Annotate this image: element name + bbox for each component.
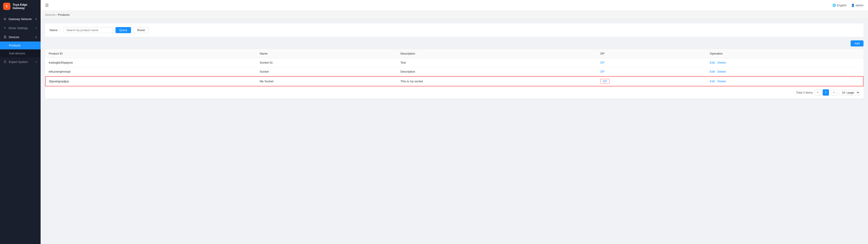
sidebar-label-expert: Expert System [9, 60, 28, 64]
table-row: trwdugkk35qaiyow Socket 01 Test DP Edit … [45, 58, 864, 67]
username-label: admin [856, 4, 864, 7]
sidebar-item-products[interactable]: Products [0, 41, 40, 50]
product-name-cell: Socket 01 [256, 58, 397, 67]
language-selector[interactable]: 🌐 English [832, 4, 846, 7]
edit-link[interactable]: Edit [710, 70, 715, 73]
sidebar-nav: ⊙ Gateway Network ∨ ✎ Driver Settings ∨ … [0, 12, 40, 244]
product-desc-cell: Test [397, 58, 597, 67]
sidebar-label-gateway: Gateway Network [8, 18, 32, 21]
page-1-button[interactable]: 1 [823, 89, 829, 96]
breadcrumb: Devices / Products [40, 11, 868, 19]
total-items-label: Total 3 Items [796, 91, 813, 94]
edit-link[interactable]: Edit [710, 61, 715, 64]
product-desc-cell: Description [397, 67, 597, 76]
product-id-cell: trwdugkk35qaiyow [45, 58, 256, 67]
page-body: Name： Query Reset Add Product ID Name De… [40, 19, 868, 103]
search-name-label: Name： [50, 28, 60, 32]
pagination: Total 3 Items < 1 > 10 / page [45, 86, 864, 98]
edit-link[interactable]: Edit [710, 80, 715, 83]
toolbar-row: Add [45, 40, 864, 47]
sidebar-item-expert-system[interactable]: ☰ Expert System ∨ [0, 57, 40, 66]
col-name: Name [256, 49, 397, 58]
col-operation: Operation [706, 49, 864, 58]
col-product-id: Product ID [45, 49, 256, 58]
dp-button[interactable]: DP [600, 79, 610, 84]
operation-cell: Edit Delete [706, 58, 864, 67]
reset-button[interactable]: Reset [133, 27, 149, 33]
delete-link[interactable]: Delete [717, 70, 726, 73]
user-icon: 👤 [851, 4, 855, 7]
sidebar-label-devices: Devices [9, 35, 19, 39]
search-input[interactable] [64, 27, 113, 33]
devices-icon: ☰ [4, 35, 6, 39]
page-prev-button[interactable]: < [814, 89, 821, 96]
expert-icon: ☰ [4, 60, 6, 64]
devices-submenu: Products Sub-devices [0, 41, 40, 57]
sidebar: t Tuya Edge Gateway ⊙ Gateway Network ∨ … [0, 0, 40, 244]
topbar: ☰ 🌐 English 👤 admin [40, 0, 868, 11]
operation-cell: Edit Delete [706, 76, 864, 87]
chevron-up-icon: ∧ [35, 36, 37, 38]
dp-link[interactable]: DP [600, 61, 604, 64]
query-button[interactable]: Query [116, 27, 131, 33]
dp-cell: DP [597, 76, 706, 87]
table-row: 2ljqxalojpspljpq My Socket This is my so… [45, 76, 864, 87]
sidebar-label-driver: Driver Settings [8, 26, 28, 30]
user-menu[interactable]: 👤 admin [851, 4, 864, 7]
product-id-cell: 2ljqxalojpspljpq [45, 76, 256, 87]
dp-link[interactable]: DP [600, 70, 604, 73]
language-label: English [837, 4, 846, 7]
dp-cell: DP [597, 67, 706, 76]
app-title: Tuya Edge Gateway [12, 3, 37, 10]
search-bar: Name： Query Reset [45, 24, 864, 37]
page-content: Devices / Products Name： Query Reset Add [40, 11, 868, 244]
chevron-down-icon: ∨ [35, 18, 37, 21]
page-next-button[interactable]: > [831, 89, 837, 96]
product-name-cell: Socket [256, 67, 397, 76]
globe-icon: 🌐 [832, 4, 836, 7]
add-button[interactable]: Add [850, 40, 864, 47]
sidebar-item-devices[interactable]: ☰ Devices ∧ [0, 32, 40, 41]
table-row: iefszowrqlmnlxpt Socket Description DP E… [45, 67, 864, 76]
dp-cell: DP [597, 58, 706, 67]
sidebar-item-sub-devices[interactable]: Sub-devices [0, 50, 40, 57]
product-name-cell: My Socket [256, 76, 397, 87]
product-desc-cell: This is my socket [397, 76, 597, 87]
col-description: Description [397, 49, 597, 58]
breadcrumb-devices: Devices [45, 13, 56, 17]
chevron-down-icon: ∨ [35, 60, 37, 63]
delete-link[interactable]: Delete [717, 80, 726, 83]
gateway-icon: ⊙ [4, 17, 6, 21]
col-dp: DP [597, 49, 706, 58]
operation-cell: Edit Delete [706, 67, 864, 76]
driver-icon: ✎ [4, 26, 6, 30]
menu-toggle-button[interactable]: ☰ [45, 3, 49, 8]
table-header-row: Product ID Name Description DP Operation [45, 49, 864, 58]
delete-link[interactable]: Delete [717, 61, 726, 64]
products-table: Product ID Name Description DP Operation… [45, 49, 864, 98]
app-logo: t Tuya Edge Gateway [0, 0, 40, 12]
sidebar-item-gateway-network[interactable]: ⊙ Gateway Network ∨ [0, 14, 40, 24]
product-id-cell: iefszowrqlmnlxpt [45, 67, 256, 76]
main-area: ☰ 🌐 English 👤 admin Devices / Products N… [40, 0, 868, 244]
page-size-selector[interactable]: 10 / page [839, 90, 860, 95]
logo-icon: t [3, 3, 10, 10]
sidebar-item-driver-settings[interactable]: ✎ Driver Settings ∨ [0, 24, 40, 32]
chevron-down-icon: ∨ [35, 27, 37, 30]
breadcrumb-products: Products [58, 13, 69, 17]
